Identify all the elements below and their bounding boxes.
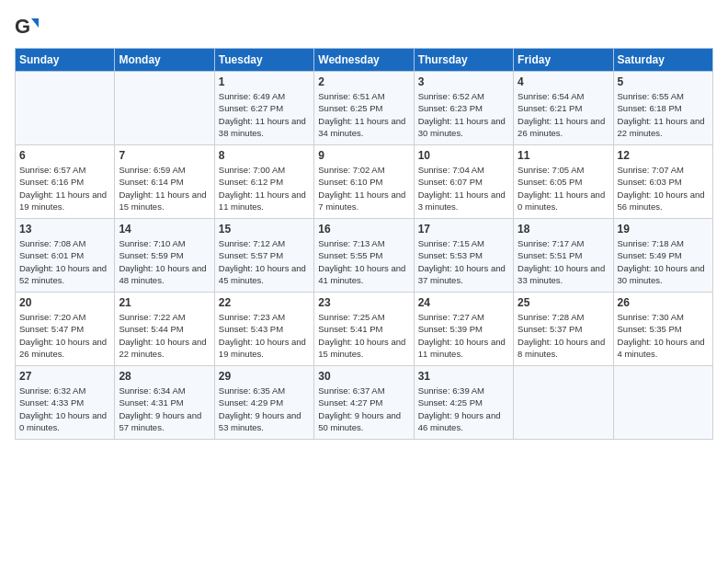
day-number: 8 [219, 149, 310, 162]
day-cell: 11Sunrise: 7:05 AM Sunset: 6:05 PM Dayli… [514, 145, 613, 219]
day-cell: 7Sunrise: 6:59 AM Sunset: 6:14 PM Daylig… [115, 145, 214, 219]
day-number: 6 [19, 149, 110, 162]
day-info: Sunrise: 7:30 AM Sunset: 5:35 PM Dayligh… [618, 311, 709, 360]
day-cell: 3Sunrise: 6:52 AM Sunset: 6:23 PM Daylig… [414, 72, 513, 145]
svg-marker-1 [31, 18, 39, 28]
day-info: Sunrise: 7:17 AM Sunset: 5:51 PM Dayligh… [518, 237, 609, 286]
day-cell: 10Sunrise: 7:04 AM Sunset: 6:07 PM Dayli… [414, 145, 513, 219]
day-cell: 9Sunrise: 7:02 AM Sunset: 6:10 PM Daylig… [314, 145, 414, 219]
day-cell: 22Sunrise: 7:23 AM Sunset: 5:43 PM Dayli… [214, 293, 313, 366]
day-number: 4 [518, 75, 609, 88]
day-cell: 20Sunrise: 7:20 AM Sunset: 5:47 PM Dayli… [16, 293, 115, 366]
day-cell: 28Sunrise: 6:34 AM Sunset: 4:31 PM Dayli… [115, 366, 214, 440]
day-cell: 13Sunrise: 7:08 AM Sunset: 6:01 PM Dayli… [16, 219, 115, 293]
day-number: 22 [219, 296, 310, 309]
day-info: Sunrise: 7:27 AM Sunset: 5:39 PM Dayligh… [418, 311, 509, 360]
day-number: 25 [518, 296, 609, 309]
day-cell [16, 72, 115, 145]
day-info: Sunrise: 7:04 AM Sunset: 6:07 PM Dayligh… [418, 164, 509, 213]
calendar-header: SundayMondayTuesdayWednesdayThursdayFrid… [16, 49, 713, 72]
day-info: Sunrise: 6:32 AM Sunset: 4:33 PM Dayligh… [19, 385, 110, 433]
day-cell: 21Sunrise: 7:22 AM Sunset: 5:44 PM Dayli… [115, 293, 214, 366]
day-number: 20 [19, 296, 110, 309]
page-header: G [15, 15, 713, 40]
day-number: 28 [119, 370, 210, 383]
day-info: Sunrise: 6:54 AM Sunset: 6:21 PM Dayligh… [518, 90, 609, 139]
day-number: 24 [418, 296, 509, 309]
day-cell: 6Sunrise: 6:57 AM Sunset: 6:16 PM Daylig… [16, 145, 115, 219]
header-sunday: Sunday [16, 49, 115, 72]
day-cell: 8Sunrise: 7:00 AM Sunset: 6:12 PM Daylig… [214, 145, 313, 219]
day-cell [115, 72, 214, 145]
day-number: 17 [418, 223, 509, 236]
day-cell: 29Sunrise: 6:35 AM Sunset: 4:29 PM Dayli… [214, 366, 313, 440]
day-info: Sunrise: 7:07 AM Sunset: 6:03 PM Dayligh… [618, 164, 709, 213]
day-number: 12 [618, 149, 709, 162]
day-number: 18 [518, 223, 609, 236]
day-cell: 25Sunrise: 7:28 AM Sunset: 5:37 PM Dayli… [514, 293, 613, 366]
day-number: 21 [119, 296, 210, 309]
day-cell: 23Sunrise: 7:25 AM Sunset: 5:41 PM Dayli… [314, 293, 414, 366]
week-row-3: 13Sunrise: 7:08 AM Sunset: 6:01 PM Dayli… [16, 219, 713, 293]
day-info: Sunrise: 6:59 AM Sunset: 6:14 PM Dayligh… [119, 164, 210, 213]
day-info: Sunrise: 7:05 AM Sunset: 6:05 PM Dayligh… [518, 164, 609, 213]
day-number: 1 [219, 75, 310, 88]
day-number: 11 [518, 149, 609, 162]
calendar-table: SundayMondayTuesdayWednesdayThursdayFrid… [15, 48, 713, 440]
day-info: Sunrise: 7:08 AM Sunset: 6:01 PM Dayligh… [19, 237, 110, 286]
day-info: Sunrise: 7:15 AM Sunset: 5:53 PM Dayligh… [418, 237, 509, 286]
day-cell: 18Sunrise: 7:17 AM Sunset: 5:51 PM Dayli… [514, 219, 613, 293]
week-row-1: 1Sunrise: 6:49 AM Sunset: 6:27 PM Daylig… [16, 72, 713, 145]
week-row-5: 27Sunrise: 6:32 AM Sunset: 4:33 PM Dayli… [16, 366, 713, 440]
day-cell: 5Sunrise: 6:55 AM Sunset: 6:18 PM Daylig… [613, 72, 712, 145]
header-thursday: Thursday [414, 49, 513, 72]
day-info: Sunrise: 7:25 AM Sunset: 5:41 PM Dayligh… [318, 311, 409, 360]
day-info: Sunrise: 6:49 AM Sunset: 6:27 PM Dayligh… [219, 90, 310, 139]
day-info: Sunrise: 6:51 AM Sunset: 6:25 PM Dayligh… [318, 90, 409, 139]
day-info: Sunrise: 7:13 AM Sunset: 5:55 PM Dayligh… [318, 237, 409, 286]
day-cell: 24Sunrise: 7:27 AM Sunset: 5:39 PM Dayli… [414, 293, 513, 366]
day-cell: 2Sunrise: 6:51 AM Sunset: 6:25 PM Daylig… [314, 72, 414, 145]
day-cell: 1Sunrise: 6:49 AM Sunset: 6:27 PM Daylig… [214, 72, 313, 145]
week-row-4: 20Sunrise: 7:20 AM Sunset: 5:47 PM Dayli… [16, 293, 713, 366]
day-number: 3 [418, 75, 509, 88]
day-number: 29 [219, 370, 310, 383]
header-wednesday: Wednesday [314, 49, 414, 72]
day-info: Sunrise: 6:52 AM Sunset: 6:23 PM Dayligh… [418, 90, 509, 139]
day-info: Sunrise: 7:20 AM Sunset: 5:47 PM Dayligh… [19, 311, 110, 360]
day-number: 30 [318, 370, 409, 383]
day-info: Sunrise: 7:22 AM Sunset: 5:44 PM Dayligh… [119, 311, 210, 360]
day-cell: 30Sunrise: 6:37 AM Sunset: 4:27 PM Dayli… [314, 366, 414, 440]
day-info: Sunrise: 7:18 AM Sunset: 5:49 PM Dayligh… [618, 237, 709, 286]
day-info: Sunrise: 6:39 AM Sunset: 4:25 PM Dayligh… [418, 385, 509, 433]
day-info: Sunrise: 7:00 AM Sunset: 6:12 PM Dayligh… [219, 164, 310, 213]
day-number: 14 [119, 223, 210, 236]
day-number: 7 [119, 149, 210, 162]
day-number: 19 [618, 223, 709, 236]
day-number: 27 [19, 370, 110, 383]
calendar-body: 1Sunrise: 6:49 AM Sunset: 6:27 PM Daylig… [16, 72, 713, 440]
header-tuesday: Tuesday [214, 49, 313, 72]
day-info: Sunrise: 7:28 AM Sunset: 5:37 PM Dayligh… [518, 311, 609, 360]
day-info: Sunrise: 6:57 AM Sunset: 6:16 PM Dayligh… [19, 164, 110, 213]
day-cell: 4Sunrise: 6:54 AM Sunset: 6:21 PM Daylig… [514, 72, 613, 145]
day-cell [613, 366, 712, 440]
day-number: 23 [318, 296, 409, 309]
logo: G [15, 15, 44, 40]
day-number: 10 [418, 149, 509, 162]
day-cell [514, 366, 613, 440]
day-cell: 15Sunrise: 7:12 AM Sunset: 5:57 PM Dayli… [214, 219, 313, 293]
day-info: Sunrise: 6:34 AM Sunset: 4:31 PM Dayligh… [119, 385, 210, 433]
day-cell: 12Sunrise: 7:07 AM Sunset: 6:03 PM Dayli… [613, 145, 712, 219]
logo-icon: G [15, 15, 40, 40]
day-cell: 17Sunrise: 7:15 AM Sunset: 5:53 PM Dayli… [414, 219, 513, 293]
day-info: Sunrise: 7:23 AM Sunset: 5:43 PM Dayligh… [219, 311, 310, 360]
header-saturday: Saturday [613, 49, 712, 72]
day-number: 9 [318, 149, 409, 162]
day-number: 26 [618, 296, 709, 309]
day-info: Sunrise: 6:37 AM Sunset: 4:27 PM Dayligh… [318, 385, 409, 433]
day-cell: 31Sunrise: 6:39 AM Sunset: 4:25 PM Dayli… [414, 366, 513, 440]
day-cell: 26Sunrise: 7:30 AM Sunset: 5:35 PM Dayli… [613, 293, 712, 366]
day-info: Sunrise: 6:35 AM Sunset: 4:29 PM Dayligh… [219, 385, 310, 433]
day-number: 2 [318, 75, 409, 88]
